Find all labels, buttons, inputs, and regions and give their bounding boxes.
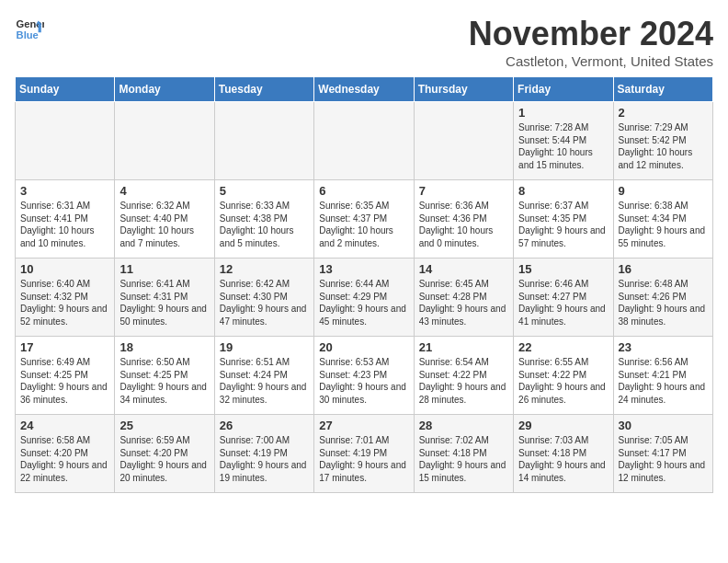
day-number: 22 — [518, 340, 608, 354]
cell-content: Sunrise: 6:46 AM Sunset: 4:27 PM Dayligh… — [518, 278, 608, 327]
calendar-cell: 4Sunrise: 6:32 AM Sunset: 4:40 PM Daylig… — [115, 180, 214, 259]
calendar-cell: 5Sunrise: 6:33 AM Sunset: 4:38 PM Daylig… — [214, 180, 313, 259]
cell-content: Sunrise: 6:33 AM Sunset: 4:38 PM Dayligh… — [220, 200, 309, 249]
cell-content: Sunrise: 6:36 AM Sunset: 4:36 PM Dayligh… — [419, 200, 508, 249]
day-number: 19 — [220, 340, 309, 354]
calendar-cell: 18Sunrise: 6:50 AM Sunset: 4:25 PM Dayli… — [115, 337, 214, 415]
title-block: November 2024 Castleton, Vermont, United… — [469, 15, 713, 69]
cell-content: Sunrise: 6:53 AM Sunset: 4:23 PM Dayligh… — [319, 356, 408, 406]
cell-content: Sunrise: 6:42 AM Sunset: 4:30 PM Dayligh… — [220, 278, 309, 327]
day-number: 8 — [518, 184, 608, 198]
calendar-cell: 24Sunrise: 6:58 AM Sunset: 4:20 PM Dayli… — [16, 415, 115, 493]
column-header-friday: Friday — [514, 77, 613, 102]
day-number: 3 — [20, 184, 109, 198]
column-header-thursday: Thursday — [414, 77, 513, 102]
calendar-cell: 6Sunrise: 6:35 AM Sunset: 4:37 PM Daylig… — [314, 180, 414, 259]
day-number: 10 — [20, 262, 109, 276]
cell-content: Sunrise: 6:51 AM Sunset: 4:24 PM Dayligh… — [220, 356, 309, 406]
calendar-cell: 20Sunrise: 6:53 AM Sunset: 4:23 PM Dayli… — [314, 337, 414, 415]
calendar-header-row: SundayMondayTuesdayWednesdayThursdayFrid… — [16, 77, 713, 102]
calendar-cell: 8Sunrise: 6:37 AM Sunset: 4:35 PM Daylig… — [514, 180, 613, 259]
day-number: 14 — [419, 262, 508, 276]
day-number: 12 — [220, 262, 309, 276]
week-row-2: 3Sunrise: 6:31 AM Sunset: 4:41 PM Daylig… — [16, 180, 713, 259]
cell-content: Sunrise: 7:01 AM Sunset: 4:19 PM Dayligh… — [319, 434, 408, 484]
cell-content: Sunrise: 6:54 AM Sunset: 4:22 PM Dayligh… — [419, 356, 508, 406]
month-title: November 2024 — [469, 15, 713, 53]
calendar-cell: 2Sunrise: 7:29 AM Sunset: 5:42 PM Daylig… — [613, 102, 712, 180]
cell-content: Sunrise: 6:55 AM Sunset: 4:22 PM Dayligh… — [518, 356, 608, 406]
column-header-tuesday: Tuesday — [214, 77, 313, 102]
svg-text:Blue: Blue — [17, 29, 39, 40]
cell-content: Sunrise: 6:37 AM Sunset: 4:35 PM Dayligh… — [518, 200, 608, 249]
week-row-3: 10Sunrise: 6:40 AM Sunset: 4:32 PM Dayli… — [16, 259, 713, 337]
calendar-cell: 10Sunrise: 6:40 AM Sunset: 4:32 PM Dayli… — [16, 259, 115, 337]
calendar-cell: 26Sunrise: 7:00 AM Sunset: 4:19 PM Dayli… — [214, 415, 313, 493]
calendar-cell: 13Sunrise: 6:44 AM Sunset: 4:29 PM Dayli… — [314, 259, 414, 337]
column-header-saturday: Saturday — [613, 77, 712, 102]
calendar-cell: 17Sunrise: 6:49 AM Sunset: 4:25 PM Dayli… — [16, 337, 115, 415]
calendar-cell: 9Sunrise: 6:38 AM Sunset: 4:34 PM Daylig… — [613, 180, 712, 259]
calendar-cell: 11Sunrise: 6:41 AM Sunset: 4:31 PM Dayli… — [115, 259, 214, 337]
cell-content: Sunrise: 6:32 AM Sunset: 4:40 PM Dayligh… — [119, 200, 209, 249]
calendar-cell: 21Sunrise: 6:54 AM Sunset: 4:22 PM Dayli… — [414, 337, 513, 415]
location: Castleton, Vermont, United States — [469, 53, 713, 69]
cell-content: Sunrise: 6:59 AM Sunset: 4:20 PM Dayligh… — [119, 434, 209, 484]
calendar-cell: 3Sunrise: 6:31 AM Sunset: 4:41 PM Daylig… — [16, 180, 115, 259]
calendar-cell: 12Sunrise: 6:42 AM Sunset: 4:30 PM Dayli… — [214, 259, 313, 337]
cell-content: Sunrise: 7:00 AM Sunset: 4:19 PM Dayligh… — [220, 434, 309, 484]
week-row-5: 24Sunrise: 6:58 AM Sunset: 4:20 PM Dayli… — [16, 415, 713, 493]
day-number: 16 — [619, 262, 708, 276]
cell-content: Sunrise: 6:44 AM Sunset: 4:29 PM Dayligh… — [319, 278, 408, 327]
calendar-cell: 15Sunrise: 6:46 AM Sunset: 4:27 PM Dayli… — [514, 259, 613, 337]
cell-content: Sunrise: 7:28 AM Sunset: 5:44 PM Dayligh… — [518, 121, 608, 171]
day-number: 7 — [419, 184, 508, 198]
day-number: 11 — [119, 262, 209, 276]
cell-content: Sunrise: 6:35 AM Sunset: 4:37 PM Dayligh… — [319, 200, 408, 249]
day-number: 23 — [619, 340, 708, 354]
day-number: 4 — [119, 184, 209, 198]
week-row-1: 1Sunrise: 7:28 AM Sunset: 5:44 PM Daylig… — [16, 102, 713, 180]
calendar-cell — [214, 102, 313, 180]
logo-icon: General Blue — [15, 15, 44, 44]
day-number: 6 — [319, 184, 408, 198]
calendar-cell: 30Sunrise: 7:05 AM Sunset: 4:17 PM Dayli… — [613, 415, 712, 493]
cell-content: Sunrise: 7:05 AM Sunset: 4:17 PM Dayligh… — [619, 434, 708, 484]
calendar-cell: 29Sunrise: 7:03 AM Sunset: 4:18 PM Dayli… — [514, 415, 613, 493]
week-row-4: 17Sunrise: 6:49 AM Sunset: 4:25 PM Dayli… — [16, 337, 713, 415]
calendar-cell: 19Sunrise: 6:51 AM Sunset: 4:24 PM Dayli… — [214, 337, 313, 415]
day-number: 28 — [419, 419, 508, 432]
cell-content: Sunrise: 6:40 AM Sunset: 4:32 PM Dayligh… — [20, 278, 109, 327]
column-header-wednesday: Wednesday — [314, 77, 414, 102]
day-number: 13 — [319, 262, 408, 276]
calendar-cell — [115, 102, 214, 180]
day-number: 5 — [220, 184, 309, 198]
calendar-cell: 14Sunrise: 6:45 AM Sunset: 4:28 PM Dayli… — [414, 259, 513, 337]
cell-content: Sunrise: 7:03 AM Sunset: 4:18 PM Dayligh… — [518, 434, 608, 484]
calendar-cell — [16, 102, 115, 180]
cell-content: Sunrise: 6:31 AM Sunset: 4:41 PM Dayligh… — [20, 200, 109, 249]
calendar-cell: 28Sunrise: 7:02 AM Sunset: 4:18 PM Dayli… — [414, 415, 513, 493]
day-number: 2 — [619, 106, 708, 120]
calendar-cell — [314, 102, 414, 180]
cell-content: Sunrise: 6:45 AM Sunset: 4:28 PM Dayligh… — [419, 278, 508, 327]
day-number: 1 — [518, 106, 608, 120]
calendar-cell: 16Sunrise: 6:48 AM Sunset: 4:26 PM Dayli… — [613, 259, 712, 337]
calendar-cell: 27Sunrise: 7:01 AM Sunset: 4:19 PM Dayli… — [314, 415, 414, 493]
calendar-cell — [414, 102, 513, 180]
calendar-cell: 22Sunrise: 6:55 AM Sunset: 4:22 PM Dayli… — [514, 337, 613, 415]
cell-content: Sunrise: 6:58 AM Sunset: 4:20 PM Dayligh… — [20, 434, 109, 484]
day-number: 9 — [619, 184, 708, 198]
column-header-sunday: Sunday — [16, 77, 115, 102]
cell-content: Sunrise: 6:49 AM Sunset: 4:25 PM Dayligh… — [20, 356, 109, 406]
cell-content: Sunrise: 6:41 AM Sunset: 4:31 PM Dayligh… — [119, 278, 209, 327]
day-number: 20 — [319, 340, 408, 354]
column-header-monday: Monday — [115, 77, 214, 102]
calendar-cell: 7Sunrise: 6:36 AM Sunset: 4:36 PM Daylig… — [414, 180, 513, 259]
cell-content: Sunrise: 6:38 AM Sunset: 4:34 PM Dayligh… — [619, 200, 708, 249]
day-number: 25 — [119, 419, 209, 432]
day-number: 27 — [319, 419, 408, 432]
cell-content: Sunrise: 6:48 AM Sunset: 4:26 PM Dayligh… — [619, 278, 708, 327]
logo: General Blue — [15, 15, 44, 44]
day-number: 24 — [20, 419, 109, 432]
